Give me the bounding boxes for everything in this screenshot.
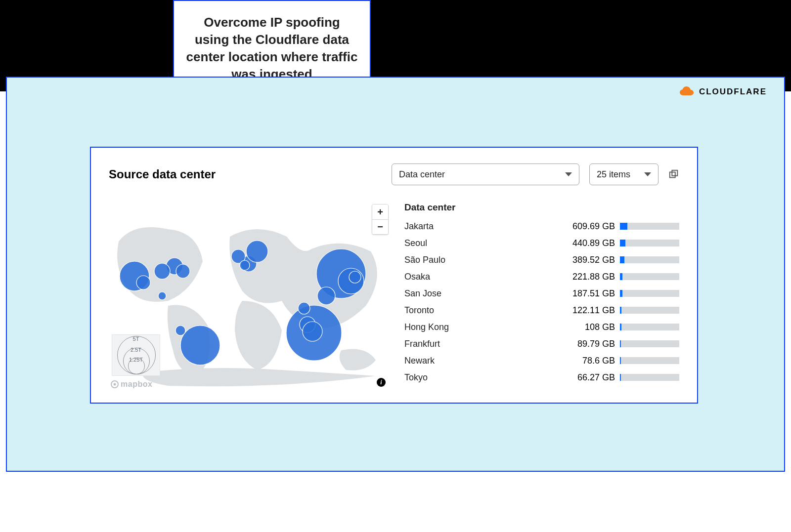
map-bubble[interactable] bbox=[176, 326, 185, 335]
list-item[interactable]: Tokyo 66.27 GB bbox=[404, 369, 679, 386]
row-bar bbox=[620, 240, 679, 246]
card-title: Source data center bbox=[109, 167, 216, 181]
row-value: 78.6 GB bbox=[556, 356, 620, 366]
info-icon[interactable]: i bbox=[377, 378, 386, 387]
row-name: São Paulo bbox=[404, 255, 556, 265]
map-bubble[interactable] bbox=[158, 292, 166, 300]
row-name: Toronto bbox=[404, 305, 556, 316]
filter-select[interactable]: Data center bbox=[392, 164, 579, 185]
data-center-list: Data center Jakarta 609.69 GB Seoul 440.… bbox=[404, 202, 679, 390]
brand-logo: CLOUDFLARE bbox=[679, 86, 767, 97]
map-bubble[interactable] bbox=[246, 241, 268, 262]
callout-text: Overcome IP spoofing using the Cloudflar… bbox=[186, 15, 358, 82]
zoom-in-button[interactable]: + bbox=[372, 205, 388, 219]
row-bar bbox=[620, 256, 679, 263]
row-value: 89.79 GB bbox=[556, 339, 620, 349]
row-value: 440.89 GB bbox=[556, 238, 620, 248]
row-value: 187.51 GB bbox=[556, 288, 620, 299]
list-item[interactable]: Seoul 440.89 GB bbox=[404, 235, 679, 251]
zoom-out-button[interactable]: − bbox=[372, 219, 388, 234]
legend-outer: 5T bbox=[112, 336, 160, 342]
map-bubble[interactable] bbox=[154, 263, 170, 279]
legend-inner: 1.25T bbox=[112, 357, 160, 363]
row-bar bbox=[620, 307, 679, 314]
row-name: Hong Kong bbox=[404, 322, 556, 332]
list-header: Data center bbox=[404, 202, 679, 213]
row-bar bbox=[620, 324, 679, 330]
map-legend: 5T 2.5T 1.25T bbox=[112, 334, 160, 376]
list-item[interactable]: Frankfurt 89.79 GB bbox=[404, 335, 679, 352]
row-bar bbox=[620, 223, 679, 230]
map-bubble[interactable] bbox=[317, 287, 335, 305]
row-bar bbox=[620, 374, 679, 381]
list-item[interactable]: Newark 78.6 GB bbox=[404, 352, 679, 369]
map-bubble[interactable] bbox=[180, 326, 220, 365]
stage: Overcome IP spoofing using the Cloudflar… bbox=[0, 0, 791, 532]
row-value: 108 GB bbox=[556, 322, 620, 332]
list-item[interactable]: Hong Kong 108 GB bbox=[404, 319, 679, 335]
map-bubble[interactable] bbox=[240, 260, 250, 270]
zoom-control: + − bbox=[372, 204, 389, 235]
map-bubble[interactable] bbox=[136, 276, 150, 289]
row-bar bbox=[620, 273, 679, 280]
row-bar bbox=[620, 340, 679, 347]
row-name: Jakarta bbox=[404, 221, 556, 232]
list-item[interactable]: San Jose 187.51 GB bbox=[404, 285, 679, 302]
row-name: Tokyo bbox=[404, 372, 556, 383]
row-bar bbox=[620, 357, 679, 364]
list-rows: Jakarta 609.69 GB Seoul 440.89 GB São Pa… bbox=[404, 218, 679, 386]
row-name: Frankfurt bbox=[404, 339, 556, 349]
card-header: Source data center Data center 25 items bbox=[109, 164, 679, 185]
map-bubble[interactable] bbox=[303, 322, 322, 341]
row-name: Seoul bbox=[404, 238, 556, 248]
row-value: 122.11 GB bbox=[556, 305, 620, 316]
row-value: 221.88 GB bbox=[556, 272, 620, 282]
row-value: 66.27 GB bbox=[556, 372, 620, 383]
header-controls: Data center 25 items bbox=[392, 164, 679, 185]
expand-icon[interactable] bbox=[668, 169, 679, 180]
card-body: + − 5T 2.5T 1.25T bbox=[109, 202, 679, 390]
cyan-panel: CLOUDFLARE Source data center Data cente… bbox=[6, 77, 785, 472]
chevron-down-icon bbox=[565, 172, 572, 176]
map-bubble[interactable] bbox=[349, 271, 361, 283]
list-item[interactable]: Jakarta 609.69 GB bbox=[404, 218, 679, 235]
mapbox-attribution[interactable]: mapbox bbox=[111, 380, 152, 389]
row-name: San Jose bbox=[404, 288, 556, 299]
list-item[interactable]: Toronto 122.11 GB bbox=[404, 302, 679, 319]
legend-mid: 2.5T bbox=[112, 347, 160, 353]
list-item[interactable]: São Paulo 389.52 GB bbox=[404, 251, 679, 268]
row-value: 389.52 GB bbox=[556, 255, 620, 265]
row-value: 609.69 GB bbox=[556, 221, 620, 232]
map-bubble[interactable] bbox=[176, 264, 190, 278]
filter-select-label: Data center bbox=[399, 169, 445, 180]
mapbox-text: mapbox bbox=[121, 380, 152, 389]
brand-text: CLOUDFLARE bbox=[699, 87, 767, 97]
chevron-down-icon bbox=[644, 172, 651, 176]
svg-point-5 bbox=[114, 383, 116, 386]
row-bar bbox=[620, 290, 679, 297]
row-name: Newark bbox=[404, 356, 556, 366]
list-item[interactable]: Osaka 221.88 GB bbox=[404, 268, 679, 285]
items-select[interactable]: 25 items bbox=[589, 164, 659, 185]
items-select-label: 25 items bbox=[597, 169, 630, 180]
row-name: Osaka bbox=[404, 272, 556, 282]
cloudflare-cloud-icon bbox=[679, 86, 696, 97]
map-bubble[interactable] bbox=[298, 302, 310, 314]
dashboard-card: Source data center Data center 25 items bbox=[90, 147, 698, 404]
map-panel[interactable]: + − 5T 2.5T 1.25T bbox=[109, 202, 391, 390]
